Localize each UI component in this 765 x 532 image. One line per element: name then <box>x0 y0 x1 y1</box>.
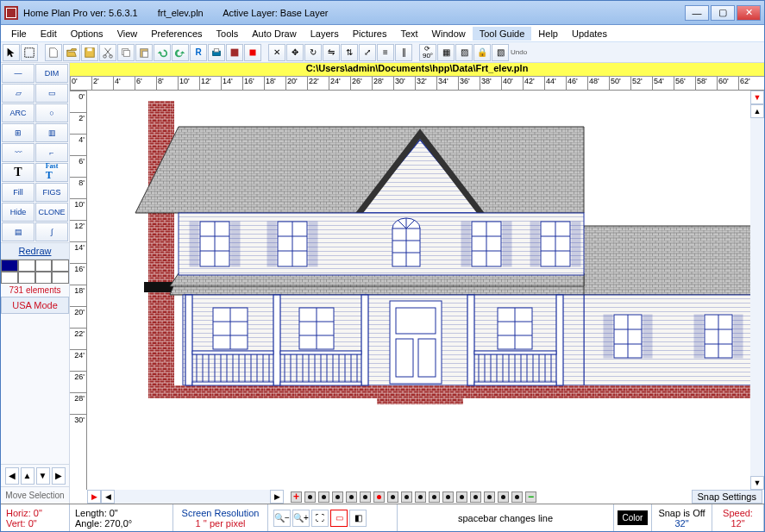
export-button[interactable] <box>226 44 243 61</box>
mirror-icon[interactable]: ‖ <box>395 44 412 61</box>
layer-dot-8[interactable] <box>401 491 412 503</box>
snap-settings-button[interactable]: Snap Settings <box>692 490 763 504</box>
delete-icon[interactable]: ✕ <box>268 44 285 61</box>
menu-view[interactable]: View <box>110 27 145 41</box>
align-icon[interactable]: ≡ <box>377 44 394 61</box>
layer-dot-12[interactable] <box>456 491 467 503</box>
menu-autodraw[interactable]: Auto Draw <box>245 27 303 41</box>
curve-tool[interactable]: 〰 <box>2 143 34 162</box>
swatch-7[interactable] <box>35 272 53 284</box>
line-tool[interactable]: — <box>2 64 34 83</box>
maximize-button[interactable]: ▢ <box>711 5 735 21</box>
swatch-4[interactable] <box>52 260 69 272</box>
circle-tool[interactable]: ○ <box>35 103 68 122</box>
layer-dot-1[interactable] <box>304 491 316 503</box>
new-file-button[interactable] <box>45 44 62 61</box>
layer-dot-6[interactable] <box>373 491 385 503</box>
menu-edit[interactable]: Edit <box>34 27 64 41</box>
nav-left[interactable]: ◀ <box>5 467 19 485</box>
layer-dot-3[interactable] <box>332 491 343 503</box>
figs-tool[interactable]: FIGS <box>35 183 68 202</box>
zoom-in-button[interactable]: 🔍+ <box>292 510 310 527</box>
menu-updates[interactable]: Updates <box>565 27 614 41</box>
scroll-right[interactable]: ▶ <box>270 490 284 504</box>
rotate90-button[interactable]: ⟳90° <box>419 44 436 61</box>
select-rect-tool[interactable] <box>21 44 38 61</box>
menu-toolguide[interactable]: Tool Guide <box>473 27 532 41</box>
scroll-left-red[interactable]: ▶ <box>87 490 101 504</box>
paste-button[interactable] <box>135 44 153 61</box>
minimize-button[interactable]: — <box>685 5 709 21</box>
layer-remove[interactable] <box>525 491 536 503</box>
resize-icon[interactable]: ⤢ <box>359 44 376 61</box>
menu-options[interactable]: Options <box>64 27 110 41</box>
text-tool[interactable]: T <box>2 163 34 182</box>
layer-dot-9[interactable] <box>415 491 426 503</box>
color-button[interactable]: Color <box>618 510 649 525</box>
layer-add[interactable] <box>291 491 302 503</box>
dim-tool[interactable]: DIM <box>35 64 68 83</box>
layer-dot-7[interactable] <box>387 491 398 503</box>
polyline-tool[interactable]: ▱ <box>2 84 34 103</box>
copy-button[interactable] <box>117 44 135 61</box>
grid-button[interactable]: ▧ <box>492 44 509 61</box>
fast-text-tool[interactable]: FastT <box>35 163 68 182</box>
scroll-up-red[interactable]: ▼ <box>750 91 764 104</box>
flip-v-icon[interactable]: ⇅ <box>341 44 358 61</box>
menu-tools[interactable]: Tools <box>210 27 246 41</box>
window-tool[interactable]: ⊞ <box>2 123 34 142</box>
menu-layers[interactable]: Layers <box>304 27 346 41</box>
menu-pictures[interactable]: Pictures <box>346 27 394 41</box>
lock-button[interactable]: 🔒 <box>473 44 491 61</box>
vertical-scrollbar[interactable]: ▼ ▲ ▼ <box>750 91 764 490</box>
layer-dot-4[interactable] <box>346 491 357 503</box>
layer-dot-15[interactable] <box>498 491 509 503</box>
nav-up[interactable]: ▲ <box>21 467 34 485</box>
zoom-window-button[interactable]: ▭ <box>330 510 348 527</box>
wall-tool[interactable]: ⌐ <box>35 143 68 162</box>
menu-file[interactable]: File <box>4 27 34 41</box>
rotate-icon[interactable]: ↻ <box>304 44 322 61</box>
swatch-5[interactable] <box>1 272 18 284</box>
drawing-canvas[interactable] <box>87 91 750 490</box>
zoom-fit-button[interactable]: ⛶ <box>311 510 329 527</box>
hide-tool[interactable]: Hide <box>2 203 34 222</box>
layer-dot-13[interactable] <box>470 491 481 503</box>
hatch-tool[interactable]: ▤ <box>2 222 34 241</box>
cut-button[interactable] <box>99 44 116 61</box>
move-icon[interactable]: ✥ <box>286 44 304 61</box>
zoom-out-button[interactable]: 🔍− <box>273 510 291 527</box>
redo-button[interactable] <box>172 44 189 61</box>
swatch-8[interactable] <box>52 272 69 284</box>
save-button[interactable] <box>81 44 98 61</box>
usa-mode-button[interactable]: USA Mode <box>1 297 69 314</box>
spline-tool[interactable]: ∫ <box>35 222 68 241</box>
menu-help[interactable]: Help <box>531 27 565 41</box>
rect-tool[interactable]: ▭ <box>35 84 68 103</box>
flip-h-icon[interactable]: ⇋ <box>323 44 340 61</box>
nav-down[interactable]: ▼ <box>36 467 50 485</box>
undo-button[interactable] <box>154 44 171 61</box>
layer-dot-5[interactable] <box>360 491 371 503</box>
print-button[interactable] <box>208 44 225 61</box>
zoom-prev-button[interactable]: ◧ <box>349 510 367 527</box>
fill-tool[interactable]: Fill <box>2 183 34 202</box>
nav-right[interactable]: ▶ <box>52 467 66 485</box>
swatch-2[interactable] <box>18 260 35 272</box>
pointer-tool[interactable] <box>3 44 20 61</box>
swatch-3[interactable] <box>35 260 53 272</box>
menu-window[interactable]: Window <box>425 27 473 41</box>
refresh-button[interactable]: R <box>190 44 207 61</box>
open-file-button[interactable] <box>63 44 80 61</box>
menu-text[interactable]: Text <box>393 27 424 41</box>
layer-dot-2[interactable] <box>318 491 329 503</box>
layer-dot-14[interactable] <box>484 491 495 503</box>
swatch-blue[interactable] <box>1 260 18 272</box>
swatch-6[interactable] <box>18 272 35 284</box>
scroll-up[interactable]: ▲ <box>750 104 764 118</box>
ungroup-button[interactable]: ▨ <box>455 44 473 61</box>
arc-tool[interactable]: ARC <box>2 103 34 122</box>
scroll-down[interactable]: ▼ <box>750 476 764 490</box>
redraw-button[interactable]: Redraw <box>1 242 69 260</box>
stop-button[interactable] <box>244 44 261 61</box>
